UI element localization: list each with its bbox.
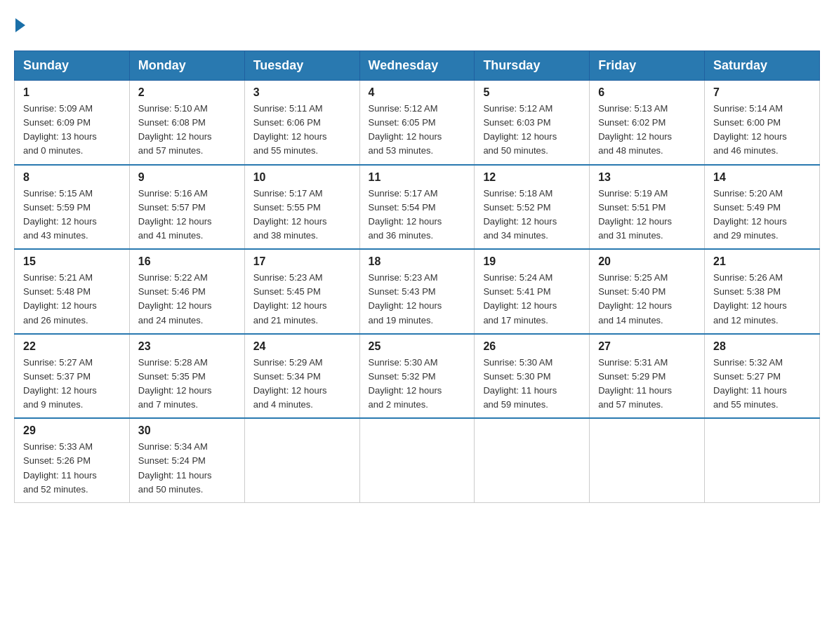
- day-number: 23: [138, 340, 236, 353]
- day-number: 5: [483, 86, 581, 99]
- calendar-cell: [359, 418, 475, 502]
- calendar-week-row: 15Sunrise: 5:21 AMSunset: 5:48 PMDayligh…: [15, 249, 820, 334]
- calendar-cell: 22Sunrise: 5:27 AMSunset: 5:37 PMDayligh…: [15, 334, 130, 419]
- calendar-cell: 24Sunrise: 5:29 AMSunset: 5:34 PMDayligh…: [244, 334, 359, 419]
- calendar-cell: 9Sunrise: 5:16 AMSunset: 5:57 PMDaylight…: [129, 165, 244, 250]
- calendar-cell: [705, 418, 820, 502]
- calendar-cell: [475, 418, 590, 502]
- calendar-cell: 2Sunrise: 5:10 AMSunset: 6:08 PMDaylight…: [129, 81, 244, 165]
- day-info: Sunrise: 5:34 AMSunset: 5:24 PMDaylight:…: [138, 440, 236, 497]
- day-info: Sunrise: 5:12 AMSunset: 6:03 PMDaylight:…: [483, 102, 581, 159]
- day-number: 16: [138, 255, 236, 268]
- calendar-cell: 18Sunrise: 5:23 AMSunset: 5:43 PMDayligh…: [359, 249, 475, 334]
- day-info: Sunrise: 5:17 AMSunset: 5:55 PMDaylight:…: [253, 187, 351, 243]
- weekday-header-row: SundayMondayTuesdayWednesdayThursdayFrid…: [15, 51, 820, 81]
- calendar-cell: 12Sunrise: 5:18 AMSunset: 5:52 PMDayligh…: [475, 165, 590, 250]
- day-info: Sunrise: 5:13 AMSunset: 6:02 PMDaylight:…: [598, 102, 696, 159]
- day-number: 7: [713, 86, 811, 99]
- day-info: Sunrise: 5:29 AMSunset: 5:34 PMDaylight:…: [253, 356, 351, 412]
- logo: [14, 14, 27, 36]
- day-number: 8: [23, 171, 121, 184]
- calendar-cell: 6Sunrise: 5:13 AMSunset: 6:02 PMDaylight…: [590, 81, 705, 165]
- calendar-cell: 28Sunrise: 5:32 AMSunset: 5:27 PMDayligh…: [705, 334, 820, 419]
- weekday-header-sunday: Sunday: [15, 51, 130, 81]
- calendar-cell: 27Sunrise: 5:31 AMSunset: 5:29 PMDayligh…: [590, 334, 705, 419]
- day-number: 19: [483, 255, 581, 268]
- calendar-cell: 11Sunrise: 5:17 AMSunset: 5:54 PMDayligh…: [359, 165, 475, 250]
- day-info: Sunrise: 5:24 AMSunset: 5:41 PMDaylight:…: [483, 271, 581, 328]
- day-number: 27: [598, 340, 696, 353]
- day-number: 17: [253, 255, 351, 268]
- weekday-header-wednesday: Wednesday: [359, 51, 475, 81]
- day-number: 29: [23, 424, 121, 437]
- day-info: Sunrise: 5:11 AMSunset: 6:06 PMDaylight:…: [253, 102, 351, 159]
- day-info: Sunrise: 5:12 AMSunset: 6:05 PMDaylight:…: [369, 102, 466, 159]
- day-info: Sunrise: 5:10 AMSunset: 6:08 PMDaylight:…: [138, 102, 236, 159]
- day-info: Sunrise: 5:15 AMSunset: 5:59 PMDaylight:…: [23, 187, 121, 243]
- calendar-cell: [244, 418, 359, 502]
- day-number: 28: [713, 340, 811, 353]
- calendar-cell: 19Sunrise: 5:24 AMSunset: 5:41 PMDayligh…: [475, 249, 590, 334]
- weekday-header-thursday: Thursday: [475, 51, 590, 81]
- day-number: 20: [598, 255, 696, 268]
- day-info: Sunrise: 5:31 AMSunset: 5:29 PMDaylight:…: [598, 356, 696, 412]
- calendar-cell: 7Sunrise: 5:14 AMSunset: 6:00 PMDaylight…: [705, 81, 820, 165]
- weekday-header-friday: Friday: [590, 51, 705, 81]
- day-number: 4: [369, 86, 466, 99]
- day-info: Sunrise: 5:21 AMSunset: 5:48 PMDaylight:…: [23, 271, 121, 328]
- weekday-header-tuesday: Tuesday: [244, 51, 359, 81]
- calendar-cell: 4Sunrise: 5:12 AMSunset: 6:05 PMDaylight…: [359, 81, 475, 165]
- day-info: Sunrise: 5:30 AMSunset: 5:30 PMDaylight:…: [483, 356, 581, 412]
- day-number: 2: [138, 86, 236, 99]
- calendar-week-row: 1Sunrise: 5:09 AMSunset: 6:09 PMDaylight…: [15, 81, 820, 165]
- day-number: 21: [713, 255, 811, 268]
- day-info: Sunrise: 5:27 AMSunset: 5:37 PMDaylight:…: [23, 356, 121, 412]
- day-number: 15: [23, 255, 121, 268]
- calendar-cell: [590, 418, 705, 502]
- calendar-cell: 30Sunrise: 5:34 AMSunset: 5:24 PMDayligh…: [129, 418, 244, 502]
- day-info: Sunrise: 5:09 AMSunset: 6:09 PMDaylight:…: [23, 102, 121, 159]
- day-number: 14: [713, 171, 811, 184]
- calendar-cell: 25Sunrise: 5:30 AMSunset: 5:32 PMDayligh…: [359, 334, 475, 419]
- weekday-header-saturday: Saturday: [705, 51, 820, 81]
- day-number: 22: [23, 340, 121, 353]
- day-info: Sunrise: 5:30 AMSunset: 5:32 PMDaylight:…: [369, 356, 466, 412]
- calendar-week-row: 8Sunrise: 5:15 AMSunset: 5:59 PMDaylight…: [15, 165, 820, 250]
- calendar-cell: 21Sunrise: 5:26 AMSunset: 5:38 PMDayligh…: [705, 249, 820, 334]
- calendar-cell: 17Sunrise: 5:23 AMSunset: 5:45 PMDayligh…: [244, 249, 359, 334]
- day-number: 13: [598, 171, 696, 184]
- calendar-cell: 20Sunrise: 5:25 AMSunset: 5:40 PMDayligh…: [590, 249, 705, 334]
- header: [14, 14, 820, 36]
- calendar-cell: 3Sunrise: 5:11 AMSunset: 6:06 PMDaylight…: [244, 81, 359, 165]
- day-number: 11: [369, 171, 466, 184]
- calendar-cell: 8Sunrise: 5:15 AMSunset: 5:59 PMDaylight…: [15, 165, 130, 250]
- day-info: Sunrise: 5:23 AMSunset: 5:43 PMDaylight:…: [369, 271, 466, 328]
- calendar-week-row: 29Sunrise: 5:33 AMSunset: 5:26 PMDayligh…: [15, 418, 820, 502]
- calendar-cell: 1Sunrise: 5:09 AMSunset: 6:09 PMDaylight…: [15, 81, 130, 165]
- day-info: Sunrise: 5:19 AMSunset: 5:51 PMDaylight:…: [598, 187, 696, 243]
- day-info: Sunrise: 5:22 AMSunset: 5:46 PMDaylight:…: [138, 271, 236, 328]
- day-number: 26: [483, 340, 581, 353]
- calendar-cell: 13Sunrise: 5:19 AMSunset: 5:51 PMDayligh…: [590, 165, 705, 250]
- day-number: 6: [598, 86, 696, 99]
- day-number: 3: [253, 86, 351, 99]
- calendar-table: SundayMondayTuesdayWednesdayThursdayFrid…: [14, 51, 820, 503]
- day-info: Sunrise: 5:32 AMSunset: 5:27 PMDaylight:…: [713, 356, 811, 412]
- day-info: Sunrise: 5:18 AMSunset: 5:52 PMDaylight:…: [483, 187, 581, 243]
- day-number: 24: [253, 340, 351, 353]
- calendar-cell: 16Sunrise: 5:22 AMSunset: 5:46 PMDayligh…: [129, 249, 244, 334]
- day-number: 12: [483, 171, 581, 184]
- day-info: Sunrise: 5:23 AMSunset: 5:45 PMDaylight:…: [253, 271, 351, 328]
- calendar-cell: 26Sunrise: 5:30 AMSunset: 5:30 PMDayligh…: [475, 334, 590, 419]
- calendar-cell: 5Sunrise: 5:12 AMSunset: 6:03 PMDaylight…: [475, 81, 590, 165]
- day-info: Sunrise: 5:25 AMSunset: 5:40 PMDaylight:…: [598, 271, 696, 328]
- calendar-cell: 23Sunrise: 5:28 AMSunset: 5:35 PMDayligh…: [129, 334, 244, 419]
- weekday-header-monday: Monday: [129, 51, 244, 81]
- day-info: Sunrise: 5:14 AMSunset: 6:00 PMDaylight:…: [713, 102, 811, 159]
- calendar-cell: 14Sunrise: 5:20 AMSunset: 5:49 PMDayligh…: [705, 165, 820, 250]
- day-number: 18: [369, 255, 466, 268]
- day-number: 1: [23, 86, 121, 99]
- day-number: 30: [138, 424, 236, 437]
- calendar-cell: 29Sunrise: 5:33 AMSunset: 5:26 PMDayligh…: [15, 418, 130, 502]
- day-info: Sunrise: 5:17 AMSunset: 5:54 PMDaylight:…: [369, 187, 466, 243]
